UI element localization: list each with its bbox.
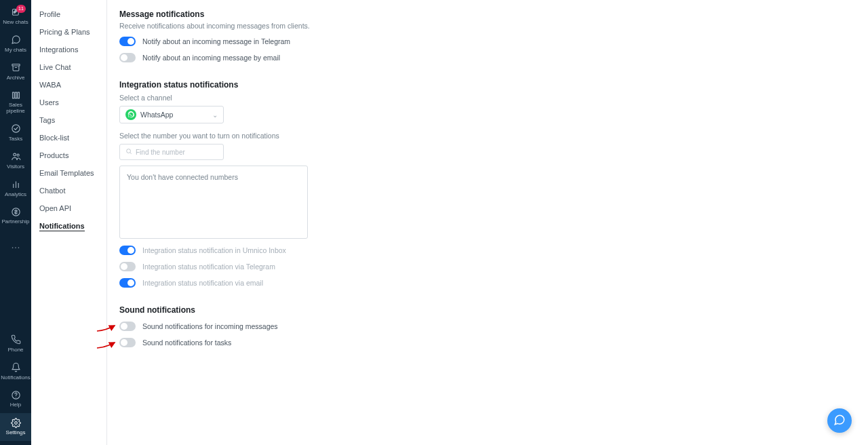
toggle-sound-tasks[interactable] — [119, 338, 136, 347]
section-subtitle: Receive notifications about incoming mes… — [119, 22, 856, 30]
rail-item-partnership[interactable]: Partnership — [0, 202, 31, 230]
subnav-item-label: Block-list — [39, 134, 69, 142]
section-sound-notifications: Sound notifications Sound notifications … — [119, 305, 856, 347]
channel-select[interactable]: WhatsApp ⌄ — [119, 106, 224, 123]
section-title: Sound notifications — [119, 305, 856, 315]
rail-label: Tasks — [9, 136, 22, 142]
connected-numbers-box: You don't have connected numbers — [119, 166, 308, 239]
chat-bubble-icon — [833, 414, 846, 427]
section-title: Message notifications — [119, 9, 856, 19]
toggle-label: Integration status notification in Umnic… — [142, 246, 286, 254]
archive-icon — [10, 62, 21, 73]
rail-item-my-chats[interactable]: My chats — [0, 31, 31, 58]
toggle-label: Integration status notification via Tele… — [142, 263, 275, 271]
subnav-item-label: Products — [39, 151, 68, 159]
subnav-item-label: WABA — [39, 81, 61, 89]
rail-item-notifications[interactable]: Notifications — [0, 358, 31, 386]
subnav-item-products[interactable]: Products — [31, 147, 106, 164]
number-search-input[interactable] — [136, 149, 222, 156]
toggle-label: Sound notifications for incoming message… — [142, 322, 278, 330]
subnav-item-pricing-plans[interactable]: Pricing & Plans — [31, 23, 106, 41]
toggle-msg-email[interactable] — [119, 53, 136, 62]
rail-label: Archive — [7, 75, 25, 81]
section-title: Integration status notifications — [119, 80, 856, 90]
check-icon — [10, 123, 21, 134]
search-icon — [125, 148, 132, 156]
svg-line-17 — [130, 153, 132, 154]
subnav-item-live-chat[interactable]: Live Chat — [31, 58, 106, 76]
subnav-item-label: Tags — [39, 116, 55, 124]
dollar-icon — [10, 206, 21, 217]
rail-label: Settings — [6, 430, 26, 436]
rail-item-help[interactable]: Help — [0, 385, 31, 413]
subnav-item-waba[interactable]: WABA — [31, 76, 106, 94]
number-search-input-wrap[interactable] — [119, 144, 224, 160]
subnav-item-block-list[interactable]: Block-list — [31, 129, 106, 147]
toggle-label: Integration status notification via emai… — [142, 279, 263, 287]
bars-icon — [10, 179, 21, 190]
rail-item-tasks[interactable]: Tasks — [0, 119, 31, 147]
subnav-item-label: Integrations — [39, 45, 78, 54]
rail-label: Partnership — [2, 219, 30, 225]
bell-icon — [10, 362, 21, 373]
subnav-item-users[interactable]: Users — [31, 94, 106, 111]
gear-icon — [10, 417, 21, 428]
subnav-item-chatbot[interactable]: Chatbot — [31, 182, 106, 199]
svg-rect-1 — [12, 64, 19, 66]
ellipsis-icon: … — [10, 239, 21, 250]
svg-point-7 — [13, 153, 16, 156]
subnav-item-label: Pricing & Plans — [39, 28, 90, 36]
rail-item-phone[interactable]: Phone — [0, 330, 31, 358]
toggle-row-msg-email: Notify about an incoming message by emai… — [119, 53, 856, 62]
rail-label: Help — [10, 402, 21, 408]
rail-label: My chats — [5, 47, 26, 54]
svg-point-16 — [127, 149, 131, 153]
toggle-int-telegram[interactable] — [119, 262, 136, 271]
chevron-down-icon: ⌄ — [212, 111, 218, 119]
rail-item-archive[interactable]: Archive — [0, 58, 31, 86]
rail-label: Phone — [7, 347, 23, 353]
phone-icon — [10, 334, 21, 345]
subnav-item-tags[interactable]: Tags — [31, 111, 106, 129]
chat-icon — [10, 35, 21, 45]
toggle-int-inbox[interactable] — [119, 246, 136, 255]
toggle-label: Sound notifications for tasks — [142, 338, 231, 347]
whatsapp-icon — [125, 109, 136, 120]
toggle-row-sound-tasks: Sound notifications for tasks — [119, 338, 856, 347]
subnav-item-notifications[interactable]: Notifications — [31, 217, 106, 235]
section-integration-status: Integration status notifications Select … — [119, 80, 856, 288]
rail-more[interactable]: … — [0, 230, 31, 260]
rail-item-settings[interactable]: Settings — [0, 413, 31, 441]
primary-nav-rail: New chats11My chatsArchiveSales pipeline… — [0, 0, 31, 445]
subnav-item-email-templates[interactable]: Email Templates — [31, 164, 106, 182]
columns-icon — [10, 90, 21, 100]
svg-rect-4 — [15, 92, 17, 98]
toggle-row-int-email: Integration status notification via emai… — [119, 278, 856, 288]
svg-point-15 — [14, 421, 17, 424]
toggle-int-email[interactable] — [119, 278, 136, 288]
support-chat-button[interactable] — [827, 408, 852, 433]
svg-rect-5 — [18, 92, 20, 98]
toggle-msg-telegram[interactable] — [119, 37, 136, 46]
subnav-item-label: Notifications — [39, 222, 85, 231]
rail-label: Analytics — [5, 192, 26, 198]
helpq-icon — [10, 389, 21, 400]
subnav-item-integrations[interactable]: Integrations — [31, 41, 106, 58]
toggle-row-int-telegram: Integration status notification via Tele… — [119, 262, 856, 271]
rail-item-analytics[interactable]: Analytics — [0, 175, 31, 203]
rail-item-new-chats[interactable]: New chats11 — [0, 3, 31, 31]
rail-item-sales[interactable]: Sales pipeline — [0, 85, 31, 119]
toggle-sound-messages[interactable] — [119, 322, 136, 331]
rail-label: Notifications — [1, 375, 31, 381]
unread-badge: 11 — [16, 5, 26, 13]
subnav-item-label: Profile — [39, 10, 60, 18]
subnav-item-label: Open API — [39, 204, 71, 212]
subnav-item-label: Chatbot — [39, 187, 66, 195]
svg-point-14 — [16, 397, 16, 398]
subnav-item-open-api[interactable]: Open API — [31, 199, 106, 217]
subnav-item-profile[interactable]: Profile — [31, 5, 106, 23]
main-content: Message notifications Receive notificati… — [107, 0, 868, 445]
svg-rect-3 — [12, 92, 14, 98]
rail-item-visitors[interactable]: Visitors — [0, 147, 31, 175]
subnav-item-label: Email Templates — [39, 169, 94, 177]
